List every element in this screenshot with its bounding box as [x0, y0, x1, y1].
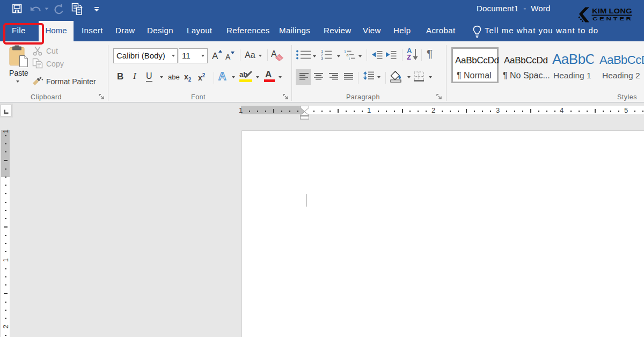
svg-text:i: i — [349, 57, 350, 61]
svg-text:1: 1 — [344, 50, 346, 54]
svg-text:KIM LONG: KIM LONG — [592, 8, 632, 15]
svg-text:3: 3 — [321, 56, 323, 61]
svg-text:a: a — [347, 53, 349, 57]
svg-text:C E N T E R: C E N T E R — [592, 16, 631, 21]
